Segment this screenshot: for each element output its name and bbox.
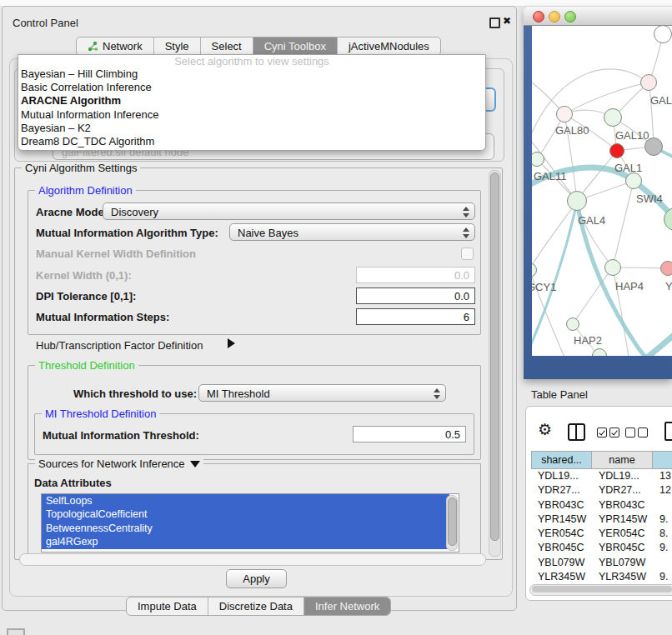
- hub-definition-label[interactable]: Hub/Transcription Factor Definition: [36, 339, 203, 352]
- tab-cyni-toolbox[interactable]: Cyni Toolbox: [253, 38, 338, 55]
- column-layout-icon[interactable]: [568, 423, 585, 441]
- table-row[interactable]: YDR27...YDR27...12: [531, 483, 672, 498]
- partial-button-fragment[interactable]: [7, 628, 25, 635]
- network-node-gal4[interactable]: [567, 191, 587, 211]
- network-node[interactable]: [664, 208, 672, 231]
- network-icon: [88, 41, 98, 52]
- data-attribute-item[interactable]: SelfLoops: [42, 494, 449, 508]
- tab-network[interactable]: Network: [77, 38, 154, 55]
- unchecked-box-icon: [625, 428, 635, 438]
- table-row[interactable]: YBR043CYBR043C: [531, 498, 672, 512]
- control-panel-title: Control Panel: [13, 17, 78, 29]
- network-node[interactable]: [592, 348, 607, 356]
- table-row[interactable]: YDL19...YDL19...13: [531, 469, 672, 483]
- gear-icon[interactable]: ⚙: [538, 421, 552, 439]
- table-cell: YBR045C: [592, 541, 653, 555]
- network-node[interactable]: [644, 138, 663, 156]
- tab-impute-data[interactable]: Impute Data: [127, 598, 208, 615]
- mi-type-combo[interactable]: Naive Bayes: [229, 223, 475, 241]
- kernel-width-label: Kernel Width (0,1):: [36, 269, 132, 282]
- close-icon[interactable]: ✖: [503, 15, 511, 27]
- network-node-gal1[interactable]: [609, 143, 624, 158]
- which-threshold-combo[interactable]: MI Threshold: [198, 384, 446, 402]
- data-attribute-item[interactable]: gal4RGexp: [42, 535, 449, 548]
- tab-jactivemnodules[interactable]: jActiveMNodules: [338, 38, 440, 55]
- expand-arrow-icon[interactable]: [228, 338, 235, 348]
- tab-select[interactable]: Select: [201, 38, 253, 55]
- which-threshold-label: Which threshold to use:: [73, 388, 197, 400]
- table-row[interactable]: YBR045CYBR045C9.: [531, 541, 672, 555]
- column-header-partial[interactable]: [653, 451, 672, 469]
- float-window-icon[interactable]: [489, 18, 500, 28]
- settings-vscrollbar[interactable]: [489, 170, 501, 557]
- tab-infer-network[interactable]: Infer Network: [304, 598, 390, 615]
- kernel-width-field[interactable]: 0.0: [356, 267, 475, 283]
- table-row[interactable]: YER054CYER054C8.: [531, 527, 672, 541]
- network-node-label: GAL4: [578, 214, 605, 227]
- network-window-titlebar[interactable]: [524, 7, 672, 26]
- network-node-gal10[interactable]: [604, 108, 622, 127]
- table-row[interactable]: YBL079WYBL079W: [531, 556, 672, 570]
- aracne-mode-value: Discovery: [111, 206, 158, 218]
- settings-vscrollbar-thumb[interactable]: [490, 172, 499, 541]
- network-node-gal11[interactable]: [532, 152, 544, 167]
- network-node-swi4[interactable]: [625, 172, 642, 189]
- stepper-arrows-icon: [463, 227, 469, 239]
- table-cell: YDR27...: [531, 483, 592, 498]
- network-canvas[interactable]: GALGAL80GAL10GAL1GAL11SWI4GAL4GCY1HAP4YH…: [532, 26, 672, 356]
- mi-threshold-field[interactable]: 0.5: [353, 426, 466, 442]
- algorithm-option[interactable]: Dream8 DC_TDC Algorithm: [18, 135, 485, 148]
- dpi-tolerance-field[interactable]: 0.0: [356, 288, 475, 304]
- aracne-mode-combo[interactable]: Discovery: [103, 202, 475, 220]
- table-hscrollbar[interactable]: [529, 584, 672, 596]
- network-node-y[interactable]: [660, 261, 672, 276]
- network-node-hap2[interactable]: [566, 318, 579, 331]
- tab-cyni-toolbox-label: Cyni Toolbox: [264, 40, 326, 52]
- data-attribute-item[interactable]: TopologicalCoefficient: [42, 508, 449, 521]
- algorithm-option[interactable]: Mutual Information Inference: [18, 108, 485, 122]
- table-cell: YDR27...: [592, 483, 653, 498]
- manual-kernel-checkbox[interactable]: [461, 248, 474, 260]
- table-cell: 13: [653, 469, 672, 483]
- collapse-arrow-icon: [190, 461, 200, 468]
- select-all-checkboxes-icon[interactable]: [597, 426, 622, 441]
- network-node-gal[interactable]: [640, 74, 657, 91]
- table-cell: YBR045C: [531, 541, 592, 555]
- algorithm-option[interactable]: Bayesian – Hill Climbing: [18, 68, 485, 81]
- table-row[interactable]: YPR145WYPR145W9.: [531, 512, 672, 527]
- list-scrollbar[interactable]: [446, 495, 458, 551]
- manual-kernel-label: Manual Kernel Width Definition: [36, 248, 196, 260]
- algorithm-option[interactable]: Basic Correlation Inference: [18, 81, 485, 94]
- data-attributes-list[interactable]: SelfLoops TopologicalCoefficient Between…: [41, 493, 459, 552]
- settings-group-title: Cyni Algorithm Settings: [22, 162, 140, 174]
- sources-title[interactable]: Sources for Network Inference: [35, 458, 203, 470]
- network-node-hap4[interactable]: [604, 259, 621, 276]
- mi-steps-field[interactable]: 6: [356, 308, 475, 325]
- document-icon[interactable]: [664, 422, 672, 441]
- settings-hscrollbar[interactable]: [19, 553, 486, 566]
- table-row[interactable]: YLR345WYLR345W9.: [531, 570, 672, 580]
- algorithm-option-selected[interactable]: ARACNE Algorithm: [18, 94, 485, 108]
- table-cell: YER054C: [592, 527, 653, 541]
- apply-button[interactable]: Apply: [226, 569, 287, 588]
- threshold-definition-title: Threshold Definition: [35, 359, 138, 372]
- checked-box-icon: [597, 428, 607, 438]
- algorithm-option[interactable]: Bayesian – K2: [18, 122, 485, 135]
- zoom-traffic-light-icon[interactable]: [564, 11, 576, 22]
- table-body[interactable]: YDL19...YDL19...13 YDR27...YDR27...12 YB…: [531, 469, 672, 580]
- network-node-gal80[interactable]: [556, 106, 573, 122]
- tab-style[interactable]: Style: [154, 38, 201, 55]
- list-scrollbar-thumb[interactable]: [448, 498, 457, 546]
- table-cell: 9.: [653, 541, 672, 555]
- network-node-gcy1[interactable]: [532, 262, 537, 278]
- minimize-traffic-light-icon[interactable]: [549, 11, 560, 22]
- deselect-all-checkboxes-icon[interactable]: [625, 426, 650, 441]
- close-traffic-light-icon[interactable]: [533, 11, 544, 22]
- data-attribute-item[interactable]: BetweennessCentrality: [42, 522, 449, 535]
- column-header-shared-name[interactable]: shared...: [531, 451, 592, 469]
- column-header-name[interactable]: name: [592, 451, 653, 469]
- table-hscrollbar-thumb[interactable]: [532, 586, 672, 592]
- tab-discretize-data[interactable]: Discretize Data: [208, 598, 304, 615]
- unchecked-box-icon: [638, 428, 648, 438]
- network-node[interactable]: [654, 26, 672, 43]
